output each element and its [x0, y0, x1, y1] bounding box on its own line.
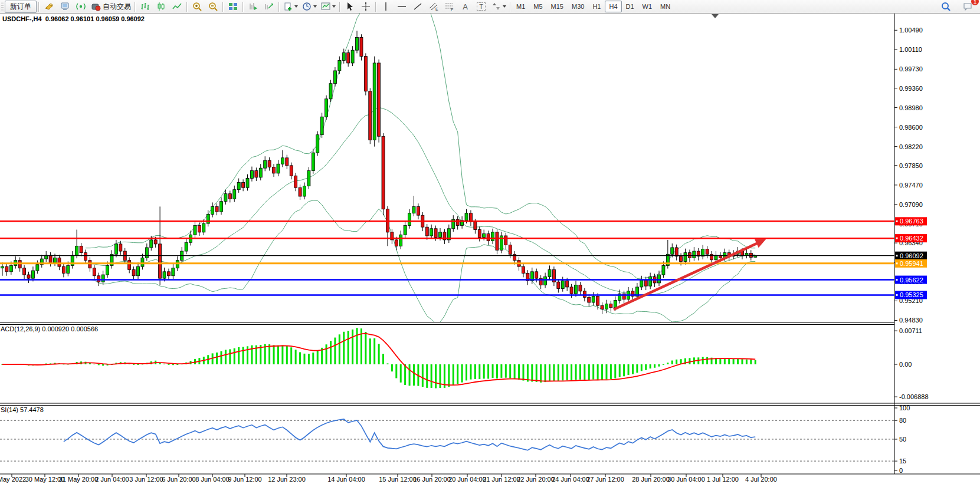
svg-text:24 Jun 04:00: 24 Jun 04:00	[552, 476, 589, 483]
chart-canvas[interactable]: 1.004901.001100.997300.993600.989800.986…	[0, 0, 980, 484]
price-line-label: 0.95325	[895, 291, 927, 299]
rsi-indicator-label: SI(14) 57.4478	[1, 406, 44, 413]
timeframe-group: M1M5M15M30H1H4D1W1MN	[512, 1, 674, 12]
toolbar-separator	[38, 2, 39, 12]
timeframe-MN[interactable]: MN	[656, 1, 674, 12]
chart-title: USDCHF-,H4 0.96062 0.96101 0.96059 0.960…	[2, 15, 145, 22]
toolbar-separator	[278, 2, 279, 12]
new-order-label: 新订单	[10, 2, 31, 12]
zoom-in-icon[interactable]	[189, 0, 205, 13]
zoom-out-icon[interactable]	[205, 0, 221, 13]
svg-text:30 Jun 04:00: 30 Jun 04:00	[667, 476, 705, 483]
svg-text:16 Jun 20:00: 16 Jun 20:00	[413, 476, 451, 483]
toolbar-separator	[186, 2, 187, 12]
svg-text:27 Jun 12:00: 27 Jun 12:00	[586, 476, 624, 483]
price-line-label: 0.96432	[895, 234, 927, 242]
price-line-label: 0.95622	[895, 276, 927, 284]
stamp-icon[interactable]	[41, 0, 57, 13]
svg-text:2 Jun 04:00: 2 Jun 04:00	[95, 476, 129, 483]
svg-text:4 Jul 20:00: 4 Jul 20:00	[745, 476, 777, 483]
svg-text:0.97090: 0.97090	[899, 201, 923, 208]
chat-icon[interactable]: 1	[959, 0, 975, 13]
line-chart-icon[interactable]	[169, 0, 185, 13]
svg-text:21 Jun 12:00: 21 Jun 12:00	[483, 476, 520, 483]
toolbar-separator	[339, 2, 340, 12]
autotrading-button[interactable]: 自动交易	[89, 0, 133, 13]
svg-text:1.00490: 1.00490	[899, 27, 923, 34]
svg-text:0.00711: 0.00711	[899, 327, 922, 334]
new-order-button[interactable]: 新订单	[5, 1, 37, 13]
svg-text:31 May 20:00: 31 May 20:00	[59, 476, 99, 483]
svg-text:May 2022: May 2022	[0, 476, 26, 483]
timeframe-M1[interactable]: M1	[512, 1, 529, 12]
macd-indicator-label: ACD(12,26,9) 0.000920 0.000566	[1, 325, 98, 332]
svg-text:0.98220: 0.98220	[899, 143, 923, 150]
clock-icon[interactable]	[300, 0, 319, 13]
timeframe-W1[interactable]: W1	[638, 1, 657, 12]
text-tool-letter: A	[463, 2, 468, 11]
dropdown-arrow-icon	[332, 5, 336, 8]
svg-text:3 Jun 12:00: 3 Jun 12:00	[129, 476, 163, 483]
label-tool-letter: T	[477, 2, 486, 11]
timeframe-H4[interactable]: H4	[605, 1, 621, 12]
timeframe-D1[interactable]: D1	[622, 1, 638, 12]
signal-icon[interactable]	[73, 0, 89, 13]
equidistant-channel-tool-icon[interactable]: E	[425, 0, 441, 13]
text-tool-icon[interactable]: A	[457, 0, 473, 13]
label-tool-icon[interactable]: T	[473, 0, 489, 13]
dropdown-arrow-icon	[313, 5, 317, 8]
vertical-line-tool-icon[interactable]	[378, 0, 394, 13]
svg-text:0.96092: 0.96092	[900, 252, 923, 259]
svg-text:1 Jul 12:00: 1 Jul 12:00	[707, 476, 739, 483]
svg-text:0.95622: 0.95622	[900, 276, 923, 284]
search-icon[interactable]	[938, 0, 953, 13]
svg-text:0.96432: 0.96432	[900, 235, 923, 242]
toolbar-grip[interactable]	[1, 2, 4, 11]
tile-windows-icon[interactable]	[225, 0, 241, 13]
dropdown-arrow-icon	[503, 5, 506, 8]
svg-text:0.98600: 0.98600	[899, 124, 923, 131]
svg-text:0.99360: 0.99360	[899, 85, 923, 92]
horizontal-line-tool-icon[interactable]	[394, 0, 409, 13]
auto-scroll-icon[interactable]	[245, 0, 261, 13]
timeframe-M15[interactable]: M15	[547, 1, 568, 12]
toolbar-separator	[242, 2, 243, 12]
fibonacci-tool-icon[interactable]: F	[441, 0, 457, 13]
autotrading-label: 自动交易	[103, 2, 131, 12]
chart-template-icon[interactable]	[319, 0, 337, 13]
svg-text:15: 15	[899, 457, 906, 465]
toolbar-separator	[510, 2, 510, 12]
timeframe-M30[interactable]: M30	[568, 1, 588, 12]
shapes-tool-icon[interactable]	[489, 0, 508, 13]
bar-chart-icon[interactable]	[137, 0, 153, 13]
crosshair-icon[interactable]	[358, 0, 373, 13]
svg-text:0.00: 0.00	[899, 361, 912, 368]
svg-text:15 Jun 12:00: 15 Jun 12:00	[379, 476, 417, 483]
svg-text:0.95325: 0.95325	[900, 291, 923, 298]
svg-text:0.94830: 0.94830	[899, 317, 923, 324]
price-line-label: 0.96763	[895, 217, 927, 225]
main-toolbar: 新订单 自动交易	[0, 0, 980, 14]
trendline-tool-icon[interactable]	[409, 0, 425, 13]
notification-badge[interactable]: 1	[971, 0, 979, 5]
computer-icon[interactable]	[57, 0, 73, 13]
toolbar-separator	[375, 2, 376, 12]
svg-text:8 Jun 04:00: 8 Jun 04:00	[195, 476, 230, 483]
timeframe-H1[interactable]: H1	[588, 1, 605, 12]
time-axis[interactable]: May 202230 May 12:0031 May 20:002 Jun 04…	[0, 474, 777, 483]
svg-text:0.98980: 0.98980	[899, 104, 923, 111]
chart-ohlc-values: 0.96062 0.96101 0.96059 0.96092	[45, 15, 145, 22]
price-line-label: 0.96092	[895, 252, 927, 260]
svg-text:12 Jun 23:00: 12 Jun 23:00	[268, 476, 306, 483]
svg-text:20 Jun 04:00: 20 Jun 04:00	[448, 476, 486, 483]
svg-text:14 Jun 04:00: 14 Jun 04:00	[327, 476, 365, 483]
new-chart-icon[interactable]	[281, 0, 300, 13]
price-line-label: 0.95941	[895, 259, 927, 268]
candlestick-chart-icon[interactable]	[153, 0, 169, 13]
price-axis[interactable]: 1.004901.001100.997300.993600.989800.986…	[894, 27, 927, 324]
cursor-icon[interactable]	[342, 0, 358, 13]
svg-text:0: 0	[899, 467, 903, 474]
dropdown-arrow-icon	[294, 5, 298, 8]
chart-shift-icon[interactable]	[261, 0, 277, 13]
timeframe-M5[interactable]: M5	[529, 1, 546, 12]
